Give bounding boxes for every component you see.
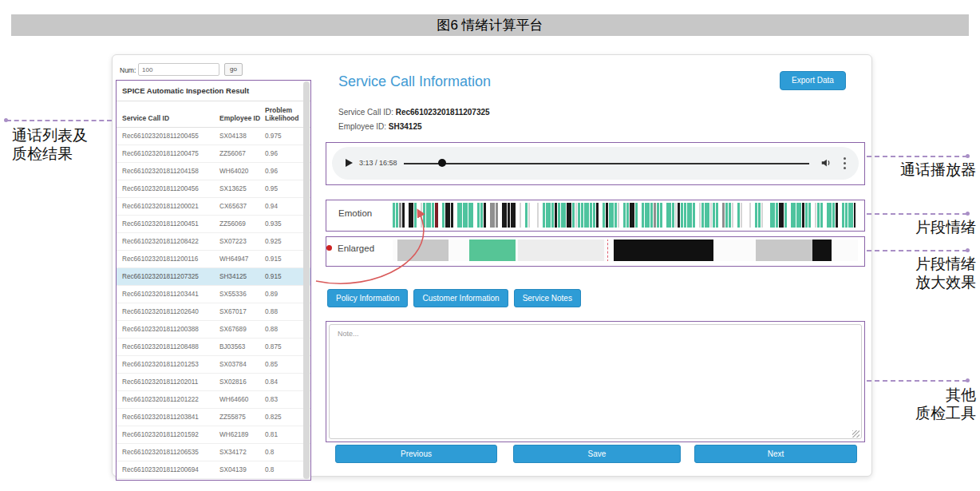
table-cell: Rec661023201811200451	[122, 220, 219, 228]
callout-line	[6, 120, 112, 121]
table-row[interactable]: Rec661023201811208422SX072230.925	[116, 233, 311, 251]
previous-button[interactable]: Previous	[335, 445, 497, 463]
emotion-bar	[516, 203, 519, 228]
emotion-bar	[463, 203, 468, 228]
table-row[interactable]: Rec661023201811201222WH646600.83	[116, 391, 311, 409]
emotion-bar	[827, 203, 832, 228]
notes-textarea[interactable]	[329, 324, 862, 439]
emotion-bar	[638, 203, 641, 228]
num-input[interactable]	[138, 63, 219, 76]
table-row[interactable]: Rec661023201811201592WH621890.81	[116, 426, 311, 444]
table-row[interactable]: Rec661023201811200455SX041380.975	[116, 128, 311, 145]
col-service-call-id: Service Call ID	[122, 114, 219, 122]
col-employee-id: Employee ID	[219, 114, 265, 122]
emotion-bar	[618, 203, 619, 228]
table-cell: Rec661023201811201222	[122, 396, 219, 403]
callout-dot	[966, 378, 970, 382]
emotion-bar	[758, 203, 761, 228]
employee-id-label: Employee ID:	[338, 122, 386, 131]
next-button[interactable]: Next	[694, 445, 857, 463]
table-row[interactable]: Rec661023201811200388SX676890.88	[116, 321, 311, 339]
emotion-bar	[716, 203, 718, 228]
info-tabs: Policy InformationCustomer InformationSe…	[327, 289, 581, 307]
emotion-bar	[477, 203, 480, 228]
emotion-bar	[451, 203, 453, 228]
emotion-bar	[746, 203, 749, 228]
table-row[interactable]: Rec661023201811202011SX028160.84	[116, 374, 311, 391]
seek-bar[interactable]	[404, 163, 809, 164]
emotion-bar	[414, 203, 417, 228]
emotion-bar	[417, 203, 420, 228]
emotion-bar	[650, 203, 653, 228]
emotion-bar	[534, 203, 536, 228]
emotion-bar	[684, 203, 686, 228]
emotion-bar	[672, 203, 674, 228]
emotion-bar	[725, 203, 728, 228]
emotion-bar	[396, 203, 398, 228]
figure-title: 图6 情绪计算平台	[11, 14, 969, 36]
emotion-bar	[666, 203, 671, 228]
table-row[interactable]: Rec661023201811200456SX136250.95	[116, 180, 311, 198]
table-row[interactable]: Rec661023201811203441SX553360.89	[116, 286, 311, 303]
emotion-bar	[423, 203, 425, 228]
table-row[interactable]: Rec661023201811201253SX037840.85	[116, 356, 311, 374]
emotion-bar	[729, 203, 731, 228]
callout-line	[867, 156, 967, 157]
table-row[interactable]: Rec661023201811203841ZZ558750.825	[116, 409, 311, 426]
table-cell: SX67689	[219, 326, 265, 333]
emotion-bar	[719, 203, 721, 228]
table-row[interactable]: Rec661023201811208488BJ035630.875	[116, 339, 311, 356]
resize-handle-icon[interactable]	[852, 430, 859, 438]
left-panel-scrollbar[interactable]	[303, 81, 310, 479]
volume-icon[interactable]	[820, 157, 832, 172]
emotion-bar	[435, 203, 438, 228]
emotion-bar	[487, 203, 489, 228]
emotion-bar	[663, 203, 666, 228]
emotion-bar	[796, 203, 801, 228]
emotion-bar	[575, 203, 577, 228]
emotion-bar	[409, 203, 413, 228]
emotion-bar	[393, 203, 395, 228]
emotion-bar	[779, 203, 784, 228]
table-row[interactable]: Rec661023201811200021CX656370.94	[116, 198, 311, 216]
emotion-bar	[701, 203, 704, 228]
emotion-bar	[657, 203, 659, 228]
emotion-bar	[399, 203, 401, 228]
service-call-id-label: Service Call ID:	[338, 108, 393, 117]
emotion-bar	[555, 203, 557, 228]
table-row[interactable]: Rec661023201811206535SX341720.8	[116, 444, 311, 461]
play-icon[interactable]	[346, 159, 353, 167]
emotion-bar	[788, 203, 790, 228]
annotation-other-tools: 其他 质检工具	[876, 386, 976, 422]
table-row[interactable]: Rec661023201811204158WH640200.96	[116, 163, 311, 180]
kebab-menu-icon[interactable]	[844, 157, 846, 172]
save-button[interactable]: Save	[513, 445, 681, 463]
emotion-bar	[561, 203, 566, 228]
tab-service-notes[interactable]: Service Notes	[514, 289, 581, 307]
table-row[interactable]: Rec661023201811202640SX670170.88	[116, 303, 311, 321]
emotion-bar	[511, 203, 516, 228]
table-row[interactable]: Rec661023201811200451ZZ560690.935	[116, 216, 311, 233]
table-cell: Rec661023201811200021	[122, 203, 219, 210]
emotion-bar	[710, 203, 712, 228]
go-button[interactable]: go	[224, 63, 243, 76]
table-row[interactable]: Rec661023201811200116WH649470.915	[116, 251, 311, 268]
table-row[interactable]: Rec661023201811207325SH341250.915	[116, 268, 311, 286]
table-cell: Rec661023201811200456	[122, 185, 219, 192]
emotion-bar	[603, 203, 605, 228]
red-dot-marker	[326, 245, 332, 251]
audio-player: 3:13 / 16:58	[332, 147, 859, 180]
enlarged-emotion-strip[interactable]	[393, 240, 858, 261]
table-row[interactable]: Rec661023201811200694SX041390.8	[116, 461, 311, 479]
emotion-bar	[705, 203, 709, 228]
table-row[interactable]: Rec661023201811200475ZZ560670.96	[116, 145, 311, 163]
export-data-button[interactable]: Export Data	[780, 71, 846, 90]
tab-policy-information[interactable]: Policy Information	[327, 289, 408, 307]
tab-customer-information[interactable]: Customer Information	[413, 289, 508, 307]
emotion-bar	[845, 203, 848, 228]
seek-handle[interactable]	[438, 159, 446, 167]
enlarged-segment	[812, 240, 831, 261]
emotion-bar	[741, 203, 742, 228]
emotion-barcode[interactable]	[393, 203, 856, 228]
emotion-bar	[808, 203, 811, 228]
